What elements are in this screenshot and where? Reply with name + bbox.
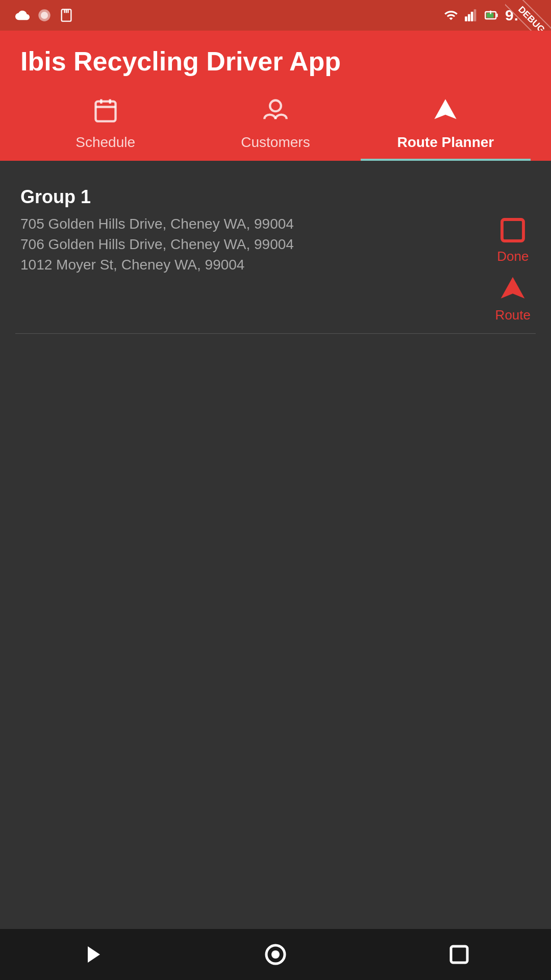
tab-route-planner[interactable]: Route Planner — [361, 92, 531, 161]
navigation-icon — [432, 97, 459, 129]
svg-rect-8 — [471, 12, 473, 21]
svg-rect-25 — [451, 946, 467, 963]
done-label: Done — [497, 249, 529, 264]
status-time: 9:06 — [505, 7, 536, 24]
svg-point-1 — [41, 12, 48, 19]
back-button[interactable] — [71, 934, 112, 975]
tab-route-planner-label: Route Planner — [397, 134, 494, 151]
svg-rect-3 — [64, 9, 65, 13]
address-list: 705 Golden Hills Drive, Cheney WA, 99004… — [20, 216, 485, 273]
cloud-icon — [15, 8, 30, 22]
route-icon — [498, 275, 527, 303]
tab-customers[interactable]: Customers — [190, 92, 360, 161]
signal-icon — [464, 8, 479, 22]
address-item: 705 Golden Hills Drive, Cheney WA, 99004 — [20, 216, 485, 232]
person-icon — [262, 97, 289, 129]
group-actions: Done Route — [495, 216, 531, 323]
nav-tabs: Schedule Customers Route Planner — [20, 92, 531, 161]
svg-rect-7 — [468, 14, 470, 21]
route-button[interactable]: Route — [495, 275, 531, 323]
sd-card-icon — [59, 8, 73, 22]
status-bar-left-icons — [15, 8, 73, 22]
back-icon — [80, 942, 104, 967]
svg-point-24 — [271, 950, 280, 959]
svg-rect-20 — [502, 219, 523, 241]
svg-marker-21 — [501, 277, 525, 299]
status-bar-right-icons: 9:06 — [444, 7, 536, 24]
tab-schedule-label: Schedule — [76, 134, 135, 151]
svg-marker-19 — [435, 99, 457, 119]
app-header: Ibis Recycling Driver App Schedule — [0, 31, 551, 161]
app-title: Ibis Recycling Driver App — [20, 46, 531, 77]
svg-rect-5 — [67, 9, 68, 13]
main-content: Group 1 705 Golden Hills Drive, Cheney W… — [0, 161, 551, 349]
route-label: Route — [495, 307, 531, 323]
svg-rect-9 — [474, 9, 477, 21]
svg-point-18 — [270, 101, 281, 112]
address-item: 1012 Moyer St, Cheney WA, 99004 — [20, 257, 485, 273]
sync-icon — [37, 8, 52, 22]
checkbox-icon — [498, 216, 527, 244]
tab-schedule[interactable]: Schedule — [20, 92, 190, 161]
svg-rect-14 — [95, 102, 115, 121]
tab-customers-label: Customers — [241, 134, 310, 151]
wifi-icon — [444, 8, 458, 22]
recent-icon — [447, 942, 471, 967]
home-circle-icon — [263, 942, 288, 967]
svg-rect-4 — [66, 9, 67, 13]
recent-button[interactable] — [439, 934, 480, 975]
group-row: 705 Golden Hills Drive, Cheney WA, 99004… — [20, 216, 531, 323]
status-bar: 9:06 — [0, 0, 551, 31]
calendar-icon — [92, 97, 119, 129]
svg-marker-22 — [88, 946, 100, 963]
group-title: Group 1 — [20, 186, 531, 208]
bottom-nav — [0, 929, 551, 980]
svg-rect-11 — [496, 14, 497, 17]
done-button[interactable]: Done — [497, 216, 529, 264]
battery-icon — [485, 8, 499, 22]
home-button[interactable] — [255, 934, 296, 975]
group-section: Group 1 705 Golden Hills Drive, Cheney W… — [15, 176, 536, 334]
svg-rect-6 — [465, 16, 467, 21]
address-item: 706 Golden Hills Drive, Cheney WA, 99004 — [20, 236, 485, 253]
